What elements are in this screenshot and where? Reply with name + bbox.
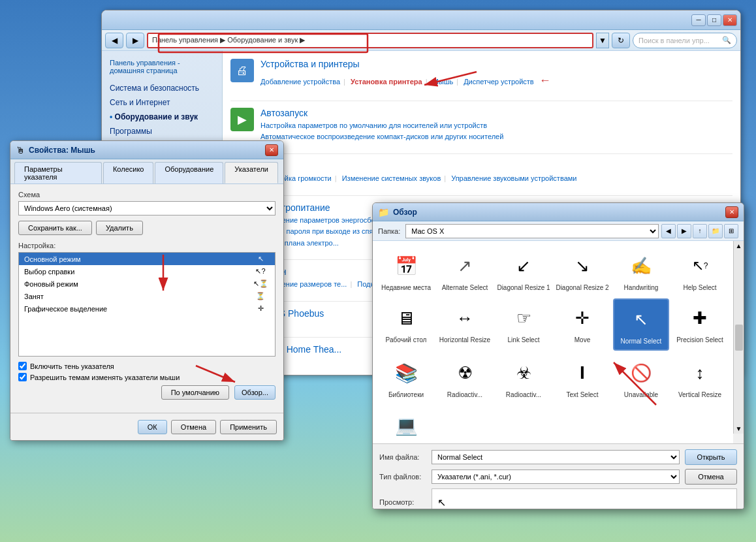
check-shadow-input[interactable] <box>18 362 27 370</box>
cursor-list[interactable]: Основной режим ↖ Выбор справки ↖? Фоновы… <box>18 252 276 357</box>
cursor-item-normal[interactable]: Основной режим ↖ <box>19 253 275 265</box>
radio2-icon: ☣ <box>508 357 539 389</box>
settings-label: Настройка: <box>18 242 276 249</box>
link-install-printer[interactable]: Установка принтера <box>351 78 422 86</box>
help-icon: ↖? <box>684 250 716 281</box>
cursor-item-bg[interactable]: Фоновый режим ↖⏳ <box>19 278 275 290</box>
browse-item-diag1[interactable]: ↙ Diagonal Resize 1 <box>496 246 552 296</box>
tab-pointer-options[interactable]: Параметры указателя <box>14 162 102 183</box>
maximize-button[interactable]: □ <box>707 14 721 26</box>
browse-item-link[interactable]: ☞ Link Select <box>496 298 552 351</box>
check-shadow-label: Включить тень указателя <box>30 362 114 370</box>
mouse-dialog-close[interactable]: ✕ <box>265 144 278 156</box>
scheme-select[interactable]: Windows Aero (системная) <box>18 201 276 215</box>
diag1-icon: ↙ <box>508 250 539 281</box>
tab-wheel[interactable]: Колесико <box>103 162 154 183</box>
scheme-row: Windows Aero (системная) <box>18 201 276 215</box>
cursor-item-busy[interactable]: Занят ⏳ <box>19 290 275 302</box>
check-theme-input[interactable] <box>18 373 27 381</box>
browse-back-button[interactable]: ◀ <box>661 224 676 238</box>
scheme-buttons: Сохранить как... Удалить <box>18 221 276 235</box>
browse-forward-button[interactable]: ▶ <box>677 224 691 238</box>
help-label: Help Select <box>683 284 716 292</box>
filename-select[interactable]: Normal Select <box>432 450 680 464</box>
ok-button[interactable]: ОК <box>138 420 167 434</box>
refresh-button[interactable]: ↻ <box>612 33 630 48</box>
browse-item-library[interactable]: 📚 Библиотеки <box>378 353 434 403</box>
browse-item-radio1[interactable]: ☢ Radioactiv... <box>437 353 493 403</box>
normal-icon: ↖ <box>625 304 657 335</box>
browse-item-recent[interactable]: 📅 Недавние места <box>378 246 434 296</box>
section-devices-links: Добавление устройства| Установка принтер… <box>260 71 551 90</box>
tab-pointers[interactable]: Указатели <box>225 162 278 183</box>
open-button[interactable]: Открыть <box>685 449 737 465</box>
address-bar[interactable]: Панель управления ▶ Оборудование и звук … <box>147 33 593 48</box>
sidebar-item-network[interactable]: Сеть и Интернет <box>102 95 222 110</box>
browse-item-precision[interactable]: ✚ Precision Select <box>672 298 728 351</box>
browse-new-folder-button[interactable]: 📁 <box>708 224 723 238</box>
address-dropdown[interactable]: ▼ <box>596 33 609 48</box>
cursor-icon-help: ↖? <box>251 267 270 276</box>
browse-item-vresize[interactable]: ↕ Vertical Resize <box>672 353 728 403</box>
section-sound: 🔊 Звук Настройка громкости| Изменение си… <box>230 161 732 196</box>
sidebar-item-system[interactable]: Система и безопасность <box>102 81 222 95</box>
default-button[interactable]: По умолчанию <box>161 385 229 400</box>
browse-cancel-button[interactable]: Отмена <box>685 469 737 485</box>
browse-item-diag2[interactable]: ↘ Diagonal Resize 2 <box>554 246 610 296</box>
browse-button[interactable]: Обзор... <box>234 385 276 400</box>
browse-item-hresize[interactable]: ↔ Horizontal Resize <box>437 298 493 351</box>
browse-close-button[interactable]: ✕ <box>725 206 738 218</box>
sidebar-item-hardware[interactable]: Оборудование и звук <box>102 110 222 124</box>
cancel-button[interactable]: Отмена <box>171 420 216 434</box>
normal-label: Normal Select <box>621 338 662 345</box>
preview-area: ↖ <box>432 488 737 509</box>
section-autorun-content: Автозапуск Настройка параметров по умолч… <box>260 108 503 148</box>
browse-item-unavail[interactable]: 🚫 Unavailable <box>613 353 669 403</box>
sidebar-item-programs[interactable]: Программы <box>102 124 222 138</box>
minimize-button[interactable]: ─ <box>691 14 706 26</box>
cursor-item-precision[interactable]: Графическое выделение ✛ <box>19 302 275 315</box>
tab-hardware[interactable]: Оборудование <box>155 162 223 183</box>
delete-button[interactable]: Удалить <box>96 221 143 235</box>
browse-item-handwriting[interactable]: ✍ Handwriting <box>613 246 669 296</box>
forward-button[interactable]: ▶ <box>126 33 144 48</box>
scroll-up-arrow[interactable]: ▲ <box>736 242 742 249</box>
explorer-titlebar: ─ □ ✕ <box>102 10 740 30</box>
sidebar-item-home[interactable]: Панель управления -домашняя страница <box>102 56 222 77</box>
explorer-toolbar: ◀ ▶ Панель управления ▶ Оборудование и з… <box>102 30 740 51</box>
scroll-thumb[interactable] <box>735 325 743 351</box>
browse-item-radio2[interactable]: ☣ Radioactiv... <box>496 353 552 403</box>
browse-item-move[interactable]: ✛ Move <box>554 298 610 351</box>
close-button[interactable]: ✕ <box>723 14 737 26</box>
link-device-manager[interactable]: Диспетчер устройств <box>464 78 534 86</box>
browse-item-text[interactable]: I Text Select <box>554 353 610 403</box>
browse-item-alternate[interactable]: ↗ Alternate Select <box>437 246 493 296</box>
browse-scrollbar[interactable]: ▲ ▼ <box>733 241 744 434</box>
save-as-button[interactable]: Сохранить как... <box>18 221 92 235</box>
browse-view-button[interactable]: ⊞ <box>724 224 738 238</box>
link-mouse[interactable]: Мышь <box>433 78 454 86</box>
arrow-indicator: ← <box>539 74 551 87</box>
link-system-sounds[interactable]: Изменение системных звуков <box>342 174 441 182</box>
browse-dialog: 📁 Обзор ✕ Папка: Mac OS X ◀ ▶ ↑ 📁 ⊞ 📅 Не… <box>372 202 744 509</box>
browse-item-desktop[interactable]: 🖥 Рабочий стол <box>378 298 434 351</box>
browse-up-button[interactable]: ↑ <box>693 224 707 238</box>
scroll-down-arrow[interactable]: ▼ <box>736 425 742 432</box>
back-button[interactable]: ◀ <box>105 33 123 48</box>
address-text: Панель управления ▶ Оборудование и звук … <box>152 36 305 44</box>
section-sound-title: Звук <box>260 161 580 171</box>
move-label: Move <box>575 336 590 344</box>
apply-button[interactable]: Применить <box>220 420 277 434</box>
browse-item-help[interactable]: ↖? Help Select <box>672 246 728 296</box>
browse-title-icon: 📁 <box>378 207 389 217</box>
radio1-label: Radioactiv... <box>447 391 482 399</box>
link-label: Link Select <box>508 336 540 344</box>
browse-item-normal[interactable]: ↖ Normal Select <box>613 298 669 351</box>
link-add-device[interactable]: Добавление устройства <box>260 78 340 86</box>
cursor-label-precision: Графическое выделение <box>24 305 107 313</box>
search-box[interactable]: Поиск в панели упр... 🔍 <box>633 33 737 48</box>
browse-folder-select[interactable]: Mac OS X <box>405 224 659 238</box>
filetype-select[interactable]: Указатели (*.ani, *.cur) <box>432 470 680 484</box>
cursor-item-help[interactable]: Выбор справки ↖? <box>19 265 275 278</box>
link-sound-devices[interactable]: Управление звуковыми устройствами <box>451 174 576 182</box>
